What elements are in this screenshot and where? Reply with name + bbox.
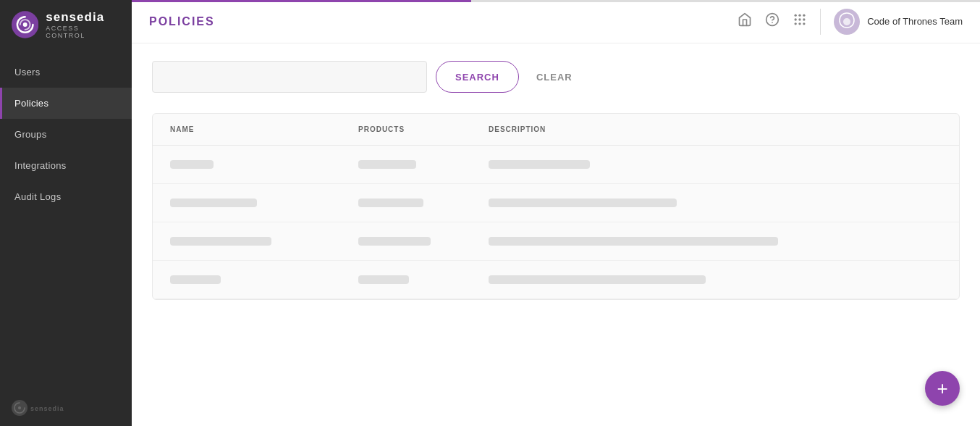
svg-point-12: [803, 18, 805, 20]
user-badge: Code of Thrones Team: [834, 9, 963, 35]
svg-point-9: [803, 14, 805, 17]
sidebar: sensedia ACCESS CONTROL Users Policies G…: [0, 0, 132, 426]
skeleton-products: [358, 199, 423, 207]
search-button[interactable]: SEARCH: [436, 61, 519, 93]
svg-point-8: [799, 14, 801, 17]
svg-point-14: [799, 22, 801, 25]
sidebar-item-groups[interactable]: Groups: [0, 119, 132, 150]
table-row[interactable]: [153, 184, 959, 222]
svg-point-13: [795, 22, 797, 25]
col-description: DESCRIPTION: [489, 125, 942, 133]
skeleton-name: [170, 275, 221, 284]
user-name: Code of Thrones Team: [867, 16, 963, 27]
table-body: [153, 146, 959, 299]
table-row[interactable]: [153, 222, 959, 261]
help-icon[interactable]: [765, 12, 780, 30]
home-icon[interactable]: [738, 12, 752, 30]
skeleton-name: [170, 237, 271, 246]
policies-table: NAME PRODUCTS DESCRIPTION: [152, 113, 960, 300]
skeleton-products: [358, 237, 431, 246]
col-products: PRODUCTS: [358, 125, 489, 133]
skeleton-description: [489, 275, 706, 284]
logo-area: sensedia ACCESS CONTROL: [0, 0, 132, 49]
topbar: POLICIES: [132, 0, 980, 43]
clear-button[interactable]: CLEAR: [528, 61, 581, 93]
sidebar-item-integrations[interactable]: Integrations: [0, 150, 132, 181]
svg-point-10: [795, 18, 797, 20]
skeleton-name: [170, 199, 257, 207]
sidebar-item-policies[interactable]: Policies: [0, 88, 132, 119]
main-area: POLICIES: [132, 0, 980, 426]
sensedia-footer-logo: sensedia: [12, 400, 69, 416]
sidebar-item-audit-logs[interactable]: Audit Logs: [0, 181, 132, 212]
skeleton-products: [358, 275, 409, 284]
skeleton-description: [489, 237, 778, 246]
svg-point-17: [843, 18, 850, 25]
avatar: [834, 9, 860, 35]
topbar-divider: [820, 9, 821, 35]
col-name: NAME: [170, 125, 358, 133]
add-button[interactable]: +: [925, 371, 960, 406]
search-input[interactable]: [152, 61, 427, 93]
svg-point-1: [23, 22, 28, 27]
skeleton-products: [358, 160, 416, 169]
sidebar-nav: Users Policies Groups Integrations Audit…: [0, 57, 132, 390]
logo-main-text: sensedia: [46, 10, 120, 25]
logo-text: sensedia ACCESS CONTROL: [46, 10, 120, 39]
table-row[interactable]: [153, 261, 959, 299]
svg-text:sensedia: sensedia: [30, 405, 64, 412]
content-area: SEARCH CLEAR NAME PRODUCTS DESCRIPTION: [132, 43, 980, 426]
topbar-right: Code of Thrones Team: [738, 9, 963, 35]
page-title: POLICIES: [149, 15, 215, 28]
svg-point-3: [18, 406, 21, 409]
table-header: NAME PRODUCTS DESCRIPTION: [153, 114, 959, 146]
svg-point-7: [795, 14, 797, 17]
grid-icon[interactable]: [793, 12, 807, 30]
sidebar-footer: sensedia: [0, 390, 132, 426]
table-row[interactable]: [153, 146, 959, 184]
skeleton-description: [489, 199, 677, 207]
search-row: SEARCH CLEAR: [152, 61, 960, 93]
sensedia-logo-icon: [12, 11, 38, 38]
skeleton-name: [170, 160, 214, 169]
logo-sub-text: ACCESS CONTROL: [46, 25, 120, 39]
svg-point-15: [803, 22, 805, 25]
skeleton-description: [489, 160, 590, 169]
sidebar-item-users[interactable]: Users: [0, 57, 132, 88]
svg-point-11: [799, 18, 801, 20]
